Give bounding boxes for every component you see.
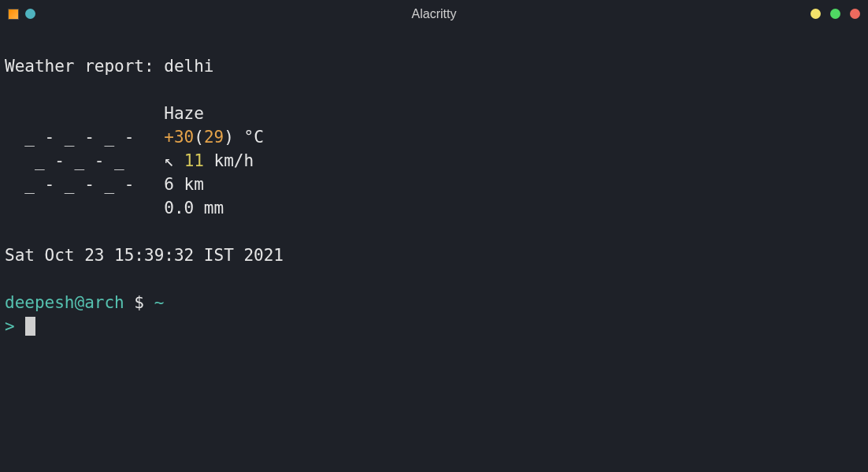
wind-arrow-icon: ↖ (164, 151, 174, 170)
weather-art-line2: _ - _ - _ (5, 151, 144, 170)
weather-art-line3: _ - _ - _ - (5, 175, 144, 194)
titlebar: Alacritty (0, 0, 868, 28)
window-title: Alacritty (412, 2, 457, 26)
status-dot-icon (25, 9, 35, 19)
prompt-sep: $ (124, 293, 154, 312)
wind-speed: 11 (184, 151, 204, 170)
prompt-continuation: > (5, 317, 15, 336)
prompt-user-host: deepesh@arch (5, 293, 124, 312)
weather-temp: +30 (164, 128, 194, 147)
maximize-button[interactable] (830, 9, 840, 19)
timestamp: Sat Oct 23 15:39:32 IST 2021 (5, 246, 284, 265)
weather-art-pad2 (5, 199, 164, 217)
temp-unit: ) °C (224, 128, 264, 147)
cursor[interactable] (25, 317, 35, 336)
weather-art-pad (5, 104, 164, 123)
wind-unit: km/h (204, 151, 254, 170)
app-icon (8, 9, 19, 20)
precipitation: 0.0 mm (164, 199, 224, 217)
temp-paren-open: ( (194, 128, 204, 147)
weather-header: Weather report: delhi (5, 57, 214, 76)
visibility: 6 km (164, 175, 204, 194)
weather-condition: Haze (164, 104, 204, 123)
close-button[interactable] (850, 9, 860, 19)
window-controls (811, 9, 860, 19)
weather-feels: 29 (204, 128, 224, 147)
titlebar-left (8, 9, 35, 20)
prompt-cwd: ~ (154, 293, 165, 312)
weather-art-line1: _ - _ - _ - (5, 128, 144, 147)
minimize-button[interactable] (811, 9, 821, 19)
terminal-output[interactable]: Weather report: delhi Haze _ - _ - _ - +… (0, 28, 868, 341)
